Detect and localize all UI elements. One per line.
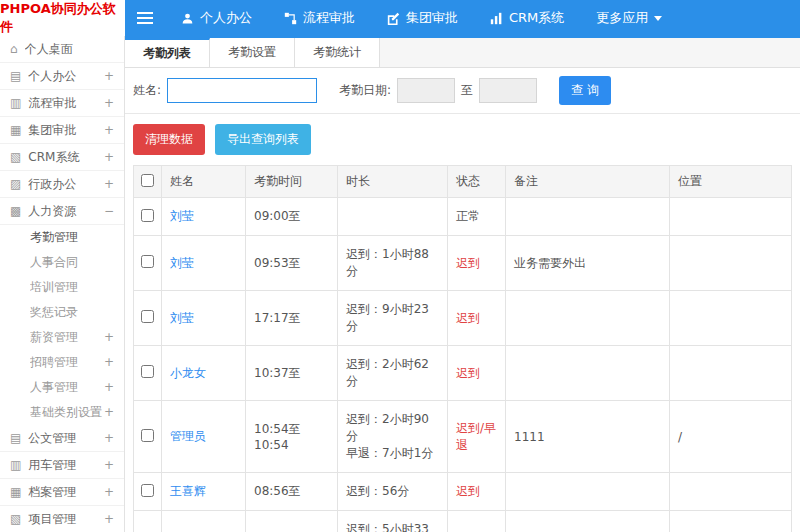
hamburger-menu-icon[interactable]: [125, 0, 165, 36]
attendance-table: 姓名 考勤时间 时长 状态 备注 位置 刘莹 09:00至: [133, 165, 792, 532]
table-row: 刘莹 09:53至 迟到：1小时88分 迟到 业务需要外出: [134, 236, 792, 291]
tab-bar: 考勤列表 考勤设置 考勤统计: [125, 38, 800, 68]
export-list-button[interactable]: 导出查询列表: [215, 124, 311, 155]
user-icon: [181, 12, 194, 25]
employee-name-link[interactable]: 小龙女: [170, 366, 206, 380]
edit-icon: [387, 12, 400, 25]
sidebar-item-base-category[interactable]: 基础类别设置 +: [0, 400, 124, 425]
nav-crm-system[interactable]: CRM系统: [474, 0, 580, 36]
nav-more-apps[interactable]: 更多应用: [580, 0, 678, 36]
attendance-time: 09:53至: [246, 236, 338, 291]
table-row: 小龙女 10:37至 迟到：2小时62分 迟到: [134, 346, 792, 401]
header-status: 状态: [448, 166, 506, 198]
employee-name-link[interactable]: 刘莹: [170, 209, 194, 223]
flow-icon: ▥: [10, 90, 21, 116]
location: [670, 198, 792, 236]
sidebar-item-admin-office[interactable]: ▨ 行政办公 +: [0, 171, 124, 198]
clean-data-button[interactable]: 清理数据: [133, 124, 205, 155]
date-from-input[interactable]: [397, 78, 455, 103]
name-filter-input[interactable]: [167, 78, 317, 103]
caret-down-icon: [654, 16, 662, 21]
duration: 迟到：1小时88分: [338, 236, 448, 291]
nav-label: CRM系统: [509, 9, 564, 27]
location: [670, 346, 792, 401]
main-content: 考勤列表 考勤设置 考勤统计 姓名: 考勤日期: 至 查 询 清理数据 导出查询…: [125, 36, 800, 532]
sidebar-item-archive[interactable]: ▦ 档案管理 +: [0, 479, 124, 506]
table-header-row: 姓名 考勤时间 时长 状态 备注 位置: [134, 166, 792, 198]
sidebar-item-group-approval[interactable]: ▦ 集团审批 +: [0, 117, 124, 144]
action-bar: 清理数据 导出查询列表: [125, 114, 800, 165]
row-checkbox[interactable]: [141, 255, 154, 268]
table-row: 黄莺 13:20至13:20 迟到：5小时33分 早退：4小时67分 迟到/早退…: [134, 511, 792, 532]
sidebar-item-rewards[interactable]: 奖惩记录: [0, 300, 124, 325]
duration: 迟到：2小时62分: [338, 346, 448, 401]
row-checkbox[interactable]: [141, 209, 154, 222]
status-text: 迟到: [456, 484, 480, 498]
nav-workflow-approval[interactable]: 流程审批: [268, 0, 371, 36]
sidebar-item-crm[interactable]: ▧ CRM系统 +: [0, 144, 124, 171]
sidebar-item-workflow[interactable]: ▥ 流程审批 +: [0, 90, 124, 117]
chart-icon: ▧: [10, 144, 21, 170]
sidebar-item-attendance[interactable]: 考勤管理: [0, 225, 124, 250]
header-name: 姓名: [162, 166, 246, 198]
sidebar-item-salary[interactable]: 薪资管理 +: [0, 325, 124, 350]
remark: [506, 198, 670, 236]
location: [670, 291, 792, 346]
table-row: 刘莹 17:17至 迟到：9小时23分 迟到: [134, 291, 792, 346]
employee-name-link[interactable]: 刘莹: [170, 256, 194, 270]
sidebar: ⌂ 个人桌面 ▤ 个人办公 + ▥ 流程审批 + ▦ 集团审批 + ▧ CRM: [0, 36, 125, 532]
sidebar-item-hr[interactable]: ▩ 人力资源 −: [0, 198, 124, 225]
attendance-time: 13:20至13:20: [246, 511, 338, 532]
sidebar-item-recruit[interactable]: 招聘管理 +: [0, 350, 124, 375]
nav-label: 更多应用: [596, 9, 648, 27]
nav-personal-office[interactable]: 个人办公: [165, 0, 268, 36]
nav-label: 流程审批: [303, 9, 355, 27]
employee-name-link[interactable]: 刘莹: [170, 311, 194, 325]
duration: [338, 198, 448, 236]
tab-attendance-stats[interactable]: 考勤统计: [295, 38, 380, 67]
status-text: 迟到: [456, 311, 480, 325]
remark: [506, 511, 670, 532]
employee-name-link[interactable]: 王喜辉: [170, 484, 206, 498]
tab-attendance-settings[interactable]: 考勤设置: [210, 38, 295, 67]
location: /: [670, 511, 792, 532]
row-checkbox[interactable]: [141, 484, 154, 497]
sidebar-item-personnel[interactable]: 人事管理 +: [0, 375, 124, 400]
name-filter-label: 姓名:: [133, 82, 161, 99]
employee-name-link[interactable]: 管理员: [170, 429, 206, 443]
nav-group-approval[interactable]: 集团审批: [371, 0, 474, 36]
briefcase-icon: ▨: [10, 171, 21, 197]
sidebar-item-vehicle[interactable]: ▥ 用车管理 +: [0, 452, 124, 479]
remark: 业务需要外出: [506, 236, 670, 291]
date-filter-label: 考勤日期:: [339, 82, 391, 99]
search-button[interactable]: 查 询: [559, 76, 611, 105]
duration: 迟到：5小时33分 早退：4小时67分: [338, 511, 448, 532]
header-remark: 备注: [506, 166, 670, 198]
select-all-checkbox[interactable]: [141, 174, 154, 187]
sidebar-item-project[interactable]: ▧ 项目管理 +: [0, 506, 124, 532]
sidebar-item-personal-office[interactable]: ▤ 个人办公 +: [0, 63, 124, 90]
row-checkbox[interactable]: [141, 429, 154, 442]
duration: 迟到：56分: [338, 473, 448, 511]
attendance-table-wrap: 姓名 考勤时间 时长 状态 备注 位置 刘莹 09:00至: [133, 165, 792, 532]
sidebar-item-training[interactable]: 培训管理: [0, 275, 124, 300]
status-text: 正常: [456, 209, 480, 223]
remark: [506, 473, 670, 511]
sidebar-item-document[interactable]: ▤ 公文管理 +: [0, 425, 124, 452]
row-checkbox[interactable]: [141, 310, 154, 323]
remark: 1111: [506, 401, 670, 473]
date-to-input[interactable]: [479, 78, 537, 103]
sidebar-item-desktop[interactable]: ⌂ 个人桌面: [0, 36, 124, 63]
sidebar-item-hr-contract[interactable]: 人事合同: [0, 250, 124, 275]
header-location: 位置: [670, 166, 792, 198]
location: [670, 473, 792, 511]
tab-attendance-list[interactable]: 考勤列表: [125, 38, 210, 67]
top-bar: PHPOA协同办公软件 个人办公 流程审批 集团审批 CRM系统 更多应用: [0, 0, 800, 36]
clipboard-icon: ▧: [10, 506, 21, 532]
location: /: [670, 401, 792, 473]
header-time: 考勤时间: [246, 166, 338, 198]
row-checkbox[interactable]: [141, 365, 154, 378]
attendance-time: 09:00至: [246, 198, 338, 236]
remark: [506, 291, 670, 346]
user-icon: ▤: [10, 63, 21, 89]
